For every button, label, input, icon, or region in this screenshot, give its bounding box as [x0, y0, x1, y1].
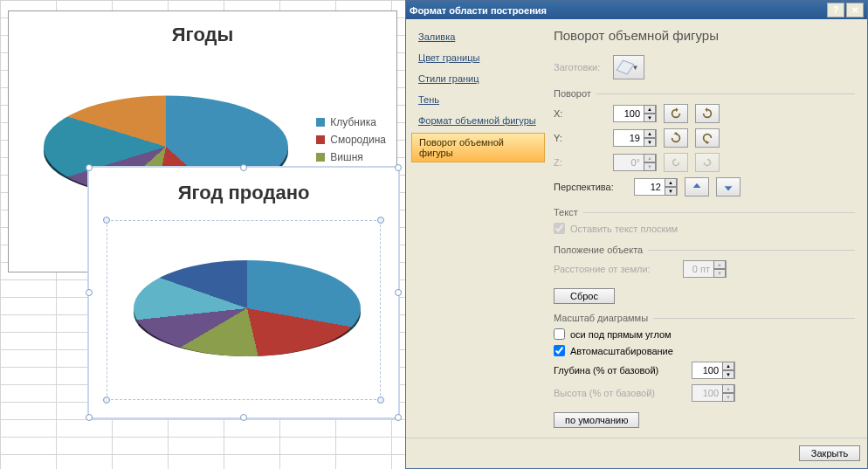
dialog-titlebar[interactable]: Формат области построения ? ✕ — [406, 1, 867, 19]
resize-handle[interactable] — [395, 164, 402, 171]
autoscale-row[interactable]: Автомасштабирование — [554, 345, 855, 356]
position-group: Положение объекта Расстояние от земли: ▲… — [554, 245, 855, 279]
perspective-input[interactable] — [635, 179, 665, 195]
rotation-group: Поворот X: ▲▼ Y: ▲▼ Z: — [554, 88, 855, 198]
rotation-legend: Поворот — [554, 88, 596, 99]
height-spin: ▲▼ — [692, 384, 735, 402]
plot-handle[interactable] — [377, 217, 384, 224]
pie-chart-2 — [134, 260, 361, 356]
rotate-x-right-button[interactable] — [695, 104, 720, 123]
rotate-left-icon — [670, 107, 682, 120]
resize-handle[interactable] — [240, 164, 247, 171]
resize-handle[interactable] — [240, 414, 247, 421]
presets-label: Заготовки: — [554, 62, 606, 72]
legend-item: Вишня — [316, 151, 386, 163]
rotate-y-up-button[interactable] — [664, 128, 688, 148]
legend-item: Смородина — [316, 134, 386, 146]
legend-label: Клубника — [330, 116, 376, 128]
plot-handle[interactable] — [103, 217, 110, 224]
nav-border-color[interactable]: Цвет границы — [411, 49, 545, 66]
spin-down[interactable]: ▼ — [665, 187, 677, 196]
spin-down[interactable]: ▼ — [644, 138, 656, 147]
spin-up: ▲ — [644, 154, 656, 162]
spin-up[interactable]: ▲ — [665, 178, 677, 187]
y-spin[interactable]: ▲▼ — [613, 129, 657, 147]
resize-handle[interactable] — [395, 289, 402, 296]
spin-up[interactable]: ▲ — [644, 129, 656, 138]
plot-handle[interactable] — [103, 397, 110, 403]
plot-area[interactable] — [107, 220, 381, 400]
legend-label: Вишня — [330, 151, 362, 163]
x-spin[interactable]: ▲▼ — [613, 105, 657, 122]
scale-group: Масштаб диаграммы оси под прямым углом А… — [554, 313, 855, 403]
text-group: Текст Оставить текст плоским — [554, 207, 855, 236]
spin-down: ▼ — [644, 162, 656, 171]
z-label: Z: — [554, 157, 606, 168]
text-legend: Текст — [554, 207, 583, 217]
chart-berries-sold[interactable]: Ягод продано — [87, 166, 400, 419]
nav-3d-format[interactable]: Формат объемной фигуры — [411, 112, 545, 129]
dialog-title: Формат области построения — [410, 5, 825, 16]
rotate-y-down-button[interactable] — [695, 128, 720, 148]
chart-title: Ягод продано — [89, 182, 398, 204]
resize-handle[interactable] — [86, 289, 93, 296]
dialog-nav: Заливка Цвет границы Стили границ Тень Ф… — [406, 19, 550, 438]
legend-swatch — [316, 118, 325, 127]
help-button[interactable]: ? — [827, 3, 844, 17]
legend-label: Смородина — [330, 134, 386, 146]
right-angle-label: оси под прямым углом — [570, 329, 672, 340]
keep-text-flat-label: Оставить текст плоским — [570, 224, 678, 234]
content-heading: Поворот объемной фигуры — [554, 28, 855, 43]
depth-spin[interactable]: ▲▼ — [692, 362, 735, 379]
perspective-widen-button[interactable] — [716, 177, 741, 197]
resize-handle[interactable] — [395, 414, 402, 421]
close-dialog-button[interactable]: Закрыть — [799, 445, 860, 461]
legend-swatch — [316, 135, 325, 144]
arrow-up-icon — [691, 181, 703, 193]
autoscale-checkbox[interactable] — [554, 345, 565, 356]
height-input — [692, 385, 722, 401]
default-button[interactable]: по умолчанию — [554, 412, 639, 428]
reset-button[interactable]: Сброс — [554, 288, 615, 304]
depth-label: Глубина (% от базовой) — [554, 365, 685, 376]
presets-dropdown[interactable]: ▼ — [613, 55, 644, 79]
nav-border-styles[interactable]: Стили границ — [411, 70, 545, 87]
ground-distance-label: Расстояние от земли: — [554, 264, 676, 274]
resize-handle[interactable] — [86, 414, 93, 421]
spin-up[interactable]: ▲ — [722, 362, 734, 370]
rotate-x-left-button[interactable] — [664, 104, 688, 123]
spin-down[interactable]: ▼ — [644, 114, 656, 122]
x-input[interactable] — [614, 106, 644, 121]
format-plot-area-dialog: Формат области построения ? ✕ Заливка Цв… — [405, 0, 868, 469]
scale-legend: Масштаб диаграммы — [554, 313, 653, 323]
nav-fill[interactable]: Заливка — [411, 28, 545, 45]
keep-text-flat-checkbox — [554, 223, 565, 234]
close-button[interactable]: ✕ — [846, 3, 864, 17]
spin-down: ▼ — [722, 393, 734, 402]
rotate-right-icon — [701, 107, 713, 120]
nav-shadow[interactable]: Тень — [411, 91, 545, 108]
right-angle-checkbox[interactable] — [554, 328, 565, 340]
spin-down[interactable]: ▼ — [722, 370, 734, 379]
rotate-z-ccw-button — [664, 153, 688, 172]
x-label: X: — [554, 108, 606, 119]
spin-up[interactable]: ▲ — [644, 105, 656, 114]
resize-handle[interactable] — [86, 164, 93, 171]
spin-down: ▼ — [713, 269, 726, 278]
legend-swatch — [316, 153, 325, 162]
legend-item: Клубника — [316, 116, 386, 128]
perspective-narrow-button[interactable] — [685, 177, 709, 197]
chart-legend: Клубника Смородина Вишня — [316, 116, 386, 169]
chart-title: Ягоды — [9, 24, 396, 46]
position-legend: Положение объекта — [554, 245, 648, 255]
y-input[interactable] — [614, 130, 644, 146]
nav-3d-rotation[interactable]: Поворот объемной фигуры — [411, 133, 545, 162]
right-angle-row[interactable]: оси под прямым углом — [554, 328, 855, 340]
rotate-cw-icon — [701, 156, 713, 169]
depth-input[interactable] — [692, 362, 722, 378]
perspective-spin[interactable]: ▲▼ — [634, 178, 678, 196]
ground-distance-spin: ▲▼ — [683, 260, 727, 278]
cube-icon — [616, 60, 634, 75]
keep-text-flat-row: Оставить текст плоским — [554, 223, 855, 234]
plot-handle[interactable] — [377, 397, 384, 403]
